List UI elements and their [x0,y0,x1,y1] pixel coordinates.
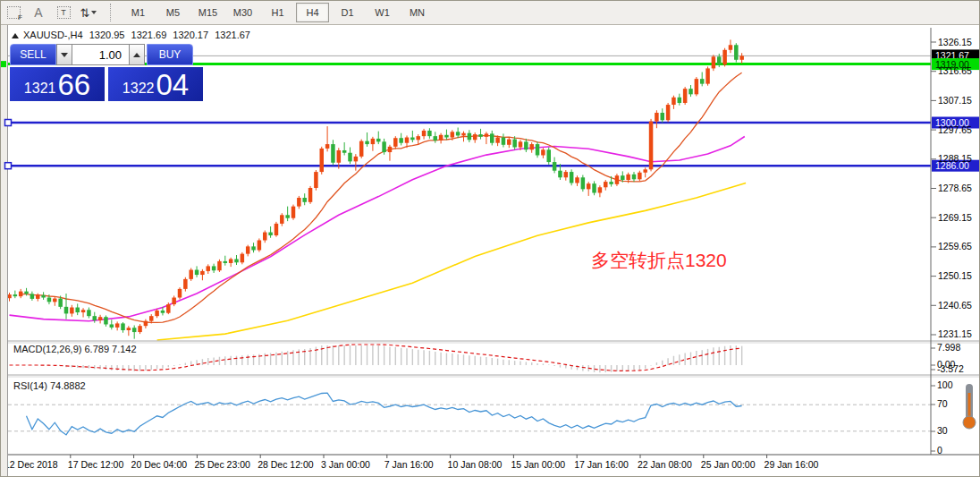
timeframe-button-M30[interactable]: M30 [226,3,259,22]
time-tick-label: 12 Dec 2018 [4,459,58,470]
candle-body [30,294,35,299]
candle-body [649,122,654,170]
dropdown-arrow-icon[interactable] [91,11,97,14]
candle-body [558,171,562,178]
candle-body [705,68,710,83]
time-tick-label: 22 Jan 08:00 [638,459,692,470]
candle-body [64,307,69,314]
volume-increase-button[interactable] [129,44,145,65]
timeframe-button-H4[interactable]: H4 [296,3,329,22]
time-tick-label: 28 Dec 12:00 [258,459,314,470]
candle-body [348,153,352,162]
candle-body [115,323,120,327]
candle-body [127,328,131,330]
ask-fraction: 04 [156,72,189,98]
price-tick-label: 1316.65 [938,65,972,76]
volume-field[interactable]: 1.00 [72,44,129,65]
candle-body [388,147,393,152]
candle-body [19,292,23,297]
candle-body [393,138,398,147]
candle-body [325,144,330,149]
timeframe-button-M1[interactable]: M1 [122,3,155,22]
volume-decrease-button[interactable] [56,44,72,65]
candle-body [241,254,245,263]
candle-body [678,98,682,103]
candle-body [320,149,325,172]
time-tick-label: 20 Dec 04:00 [131,459,188,470]
price-tick-label: 1240.65 [938,300,972,311]
chart-window: 1321.671319.001300.001286.001326.151316.… [1,25,980,477]
bid-quote-box[interactable]: 1321 66 [10,67,105,101]
candle-body [439,135,444,141]
candle-body [632,175,637,180]
thermometer-icon[interactable] [961,382,977,430]
candle-body [529,144,534,149]
level-handle[interactable] [5,163,12,169]
candle-body [609,182,613,184]
price-tick-label: 1250.15 [938,270,972,281]
ask-quote-box[interactable]: 1322 04 [108,67,203,101]
candle-body [434,136,438,141]
candle-body [655,113,659,122]
timeframe-button-W1[interactable]: W1 [366,3,399,22]
time-tick-label: 3 Jan 00:00 [321,459,370,470]
candle-body [251,246,256,250]
time-tick-label: 7 Jan 16:00 [384,459,434,470]
candle-body [672,98,676,105]
grid-f-icon[interactable]: F [3,4,24,22]
candle-body [36,295,40,299]
candle-body [297,198,301,207]
candle-body [547,149,552,162]
candle-body [70,308,74,314]
timeframe-button-MN[interactable]: MN [401,3,434,22]
candle-body [638,173,642,180]
candle-body [229,259,233,262]
candle-body [200,271,205,275]
timeframe-button-H1[interactable]: H1 [261,3,294,22]
candle-body [285,215,290,217]
sell-button[interactable]: SELL [10,44,56,65]
timeframe-button-M15[interactable]: M15 [191,3,224,22]
candle-body [13,294,18,296]
annotation-text: 多空转折点1320 [591,250,727,270]
level-handle[interactable] [5,120,12,126]
time-tick-label: 25 Dec 23:00 [194,459,250,470]
candle-body [456,132,460,135]
candle-body [53,299,57,302]
candle-body [621,175,625,180]
candle-body [104,317,108,324]
bid-integer: 1321 [24,81,56,97]
candle-body [592,183,596,192]
triangle-down-icon [61,53,68,57]
candle-body [382,141,386,152]
one-click-trading-panel: SELL 1.00 BUY 1321 66 1322 04 [10,44,207,101]
collapse-arrow-icon[interactable] [12,33,19,38]
candle-body [700,79,705,84]
rsi-axis-label: 70 [937,398,948,409]
candle-body [110,324,114,327]
candle-body [399,138,403,143]
candle-body [376,139,381,141]
timeframe-button-M5[interactable]: M5 [156,3,190,22]
candle-body [75,308,80,313]
time-tick-label: 15 Jan 00:00 [511,459,565,470]
level-left-handle[interactable] [1,61,6,67]
letter-a-icon[interactable]: A [28,4,49,22]
candle-body [683,89,688,103]
candle-body [308,188,313,202]
arrows-icon[interactable]: ⇅ [78,4,99,22]
candle-body [564,172,569,177]
candle-body [495,138,500,143]
symbol-name: XAUUSD-,H4 [23,30,83,40]
macd-axis-label: 7.998 [937,342,960,353]
time-tick-label: 17 Jan 16:00 [574,459,629,470]
candle-body [81,310,86,312]
candle-body [149,316,154,321]
text-box-icon[interactable]: T [53,4,74,22]
arrows-glyph: ⇅ [80,6,90,20]
buy-button[interactable]: BUY [147,44,193,65]
symbol-header: XAUUSD-,H4 1320.95 1321.69 1320.17 1321.… [12,30,254,40]
candle-body [490,133,494,142]
candle-body [302,198,307,202]
timeframe-button-D1[interactable]: D1 [331,3,364,22]
